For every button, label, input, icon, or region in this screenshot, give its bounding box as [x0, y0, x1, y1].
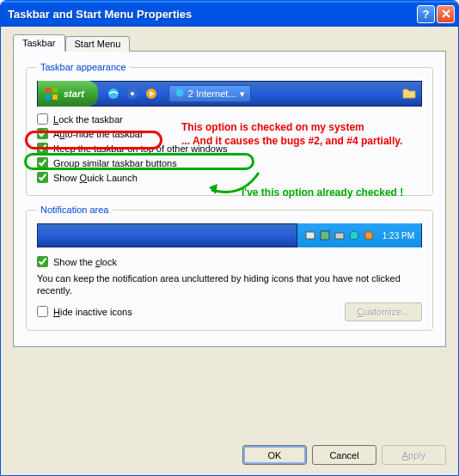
taskbar-appearance-legend: Taskbar appearance: [37, 62, 130, 72]
svg-rect-2: [46, 95, 51, 100]
folder-icon: [402, 87, 416, 101]
svg-point-6: [131, 92, 134, 95]
client-area: Taskbar Start Menu Taskbar appearance st…: [1, 27, 458, 390]
media-icon: [125, 87, 139, 101]
svg-point-9: [175, 89, 183, 97]
wmp-icon: [144, 87, 158, 101]
apply-button[interactable]: Apply: [382, 445, 446, 465]
chk-group-label: Group similar taskbar buttons: [53, 158, 177, 168]
tab-startmenu[interactable]: Start Menu: [65, 36, 131, 52]
close-button[interactable]: [437, 5, 455, 23]
chk-lock-label: Lock the taskbar: [53, 114, 123, 125]
chk-show-clock[interactable]: Show the clock: [37, 256, 422, 267]
help-button[interactable]: ?: [417, 5, 435, 23]
windows-flag-icon: [45, 87, 58, 101]
tab-taskbar[interactable]: Taskbar: [13, 34, 65, 52]
chk-hide-inactive[interactable]: Hide inactive icons: [37, 306, 132, 317]
start-button-preview: start: [38, 81, 98, 107]
svg-marker-10: [209, 184, 217, 194]
cancel-button[interactable]: Cancel: [312, 445, 376, 465]
task-button-label: 2 Internet...: [188, 88, 236, 99]
notification-area-legend: Notification area: [37, 204, 113, 215]
svg-rect-11: [306, 232, 315, 239]
notification-hint: You can keep the notification area unclu…: [37, 272, 422, 297]
task-button-preview: 2 Internet... ▾: [168, 85, 251, 102]
svg-rect-12: [321, 231, 329, 240]
ok-button[interactable]: OK: [242, 445, 307, 465]
chk-autohide-label: Auto-hide the taskbar: [53, 129, 144, 139]
svg-rect-13: [335, 233, 344, 239]
tray-icon-2: [319, 229, 331, 241]
window-title: Taskbar and Start Menu Properties: [8, 8, 417, 21]
tab-strip: Taskbar Start Menu: [13, 34, 446, 52]
tab-panel: Taskbar appearance start: [13, 51, 446, 347]
tray-clock: 1:23 PM: [382, 231, 414, 241]
chk-quicklaunch-input[interactable]: [37, 172, 48, 183]
red-annotation-2: ... And it causes the bugs #2, and #4 pa…: [181, 135, 402, 147]
chk-ontop-input[interactable]: [37, 143, 48, 154]
chk-group[interactable]: Group similar taskbar buttons: [37, 157, 422, 168]
quick-launch-preview: [107, 87, 158, 101]
customize-button[interactable]: Customize...: [345, 302, 422, 321]
titlebar-buttons: ?: [417, 5, 455, 23]
titlebar[interactable]: Taskbar and Start Menu Properties ?: [1, 1, 458, 27]
chk-hide-label: Hide inactive icons: [53, 307, 132, 317]
taskbar-appearance-group: Taskbar appearance start: [26, 62, 433, 196]
svg-rect-0: [46, 88, 51, 93]
tray-icon-1: [304, 229, 316, 241]
chk-clock-input[interactable]: [37, 256, 48, 267]
tray-icon-4: [348, 229, 360, 241]
tray-preview: 1:23 PM: [297, 223, 421, 247]
svg-point-14: [350, 231, 358, 240]
tray-icon-5: [363, 229, 375, 241]
notification-preview: 1:23 PM: [37, 223, 422, 247]
taskbar-preview: start 2 Internet... ▾: [37, 81, 422, 107]
start-label: start: [64, 88, 84, 99]
chk-clock-label: Show the clock: [53, 257, 117, 267]
chk-group-input[interactable]: [37, 157, 48, 168]
dialog-buttons: OK Cancel Apply: [242, 445, 446, 465]
chk-quicklaunch-label: Show Quick Launch: [53, 173, 138, 183]
chk-hide-input[interactable]: [37, 306, 48, 317]
notification-area-group: Notification area 1:23 PM Show the clock: [26, 204, 433, 331]
ie-icon: [174, 88, 185, 100]
ie-icon: [107, 87, 120, 101]
svg-rect-1: [52, 88, 58, 93]
chk-lock-input[interactable]: [37, 113, 48, 125]
green-annotation: I've this option already checked !: [242, 186, 403, 198]
red-annotation-1: This option is checked on my system: [181, 121, 364, 133]
svg-rect-15: [365, 232, 372, 239]
chk-quicklaunch[interactable]: Show Quick Launch: [37, 172, 422, 183]
tray-icon-3: [334, 229, 346, 241]
svg-rect-3: [52, 95, 58, 100]
chevron-down-icon: ▾: [240, 88, 245, 100]
dialog-window: Taskbar and Start Menu Properties ? Task…: [0, 0, 459, 476]
chk-autohide-input[interactable]: [37, 128, 48, 139]
